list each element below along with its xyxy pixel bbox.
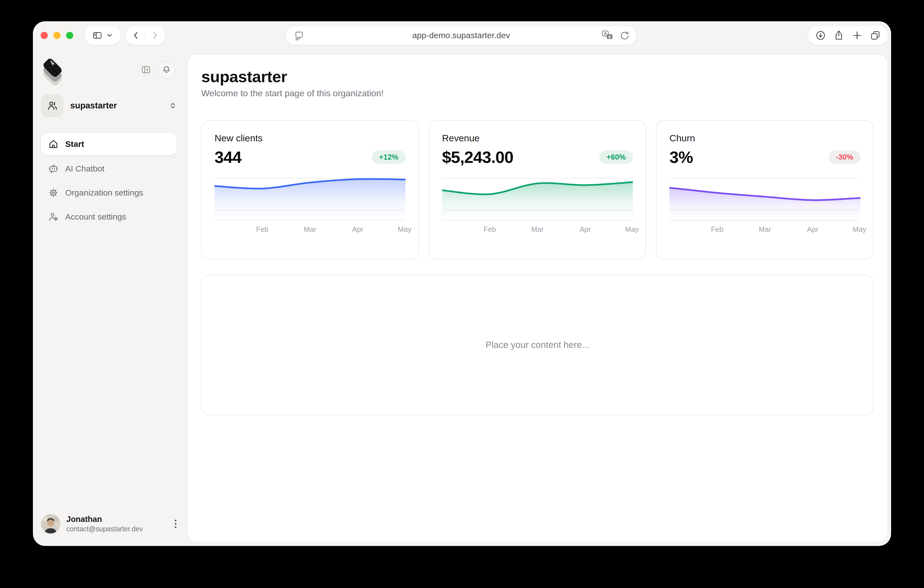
x-tick: Feb — [483, 225, 496, 234]
sidebar-item-label: Account settings — [65, 212, 126, 221]
chart-x-axis: Feb Mar Apr May — [442, 225, 633, 235]
sidebar-item-label: AI Chatbot — [65, 164, 104, 173]
sidebar-item-start[interactable]: Start — [40, 132, 178, 156]
chart-x-axis: Feb Mar Apr May — [669, 225, 860, 235]
url-text: app-demo.supastarter.dev — [412, 31, 510, 40]
sidebar-toggle-icon — [92, 31, 102, 40]
area-chart-churn — [669, 178, 860, 221]
sidebar-toggle-group[interactable] — [84, 26, 121, 45]
history-nav-group — [125, 26, 165, 45]
tab-overview-button[interactable] — [870, 30, 881, 41]
sidebar-nav: Start AI Chatbot — [41, 132, 177, 230]
x-tick: Mar — [531, 225, 544, 234]
notifications-button[interactable] — [158, 61, 175, 79]
area-chart-new-clients — [214, 178, 406, 221]
trend-badge: -30% — [828, 150, 860, 164]
users-icon — [46, 100, 58, 111]
x-tick: Feb — [711, 225, 724, 234]
sidebar-item-organization-settings[interactable]: Organization settings — [41, 182, 177, 204]
divider — [145, 30, 146, 41]
chart-x-axis: Feb Mar Apr May — [214, 225, 406, 235]
stat-card-title: Churn — [669, 132, 860, 144]
stat-cards-row: New clients 344 +12% Feb Mar Apr May Rev… — [201, 120, 874, 259]
organization-selector[interactable]: supastarter — [41, 94, 177, 117]
sidebar-item-label: Start — [65, 139, 84, 149]
x-tick: Mar — [304, 225, 316, 234]
x-tick: May — [853, 225, 866, 234]
organization-name: supastarter — [70, 101, 169, 111]
more-options-icon[interactable] — [174, 519, 177, 529]
stat-card-title: Revenue — [442, 132, 633, 144]
main-content: supastarter Welcome to the start page of… — [187, 54, 888, 543]
placeholder-text: Place your content here... — [485, 340, 589, 350]
minimize-button[interactable] — [53, 32, 61, 39]
zoom-button[interactable] — [66, 32, 73, 39]
forward-button[interactable] — [147, 31, 163, 40]
stat-card-new-clients: New clients 344 +12% Feb Mar Apr May — [201, 120, 419, 259]
x-tick: Apr — [352, 225, 363, 234]
share-button[interactable] — [833, 30, 844, 41]
page-subtitle: Welcome to the start page of this organi… — [201, 88, 874, 99]
trend-badge: +60% — [599, 150, 633, 164]
chevrons-up-down-icon — [169, 101, 177, 110]
address-bar[interactable]: app-demo.supastarter.dev — [286, 26, 637, 45]
sidebar-item-account-settings[interactable]: Account settings — [41, 205, 177, 228]
organization-avatar — [41, 94, 64, 117]
x-tick: Apr — [579, 225, 591, 234]
user-name: Jonathan — [66, 515, 174, 524]
stat-card-churn: Churn 3% -30% Feb Mar Apr May — [656, 120, 874, 259]
gear-icon — [41, 188, 65, 198]
rocket-icon — [47, 58, 58, 69]
x-tick: May — [398, 225, 411, 234]
back-button[interactable] — [128, 31, 144, 40]
x-tick: Feb — [256, 225, 269, 234]
new-tab-button[interactable] — [851, 30, 863, 41]
content-placeholder-card: Place your content here... — [201, 275, 874, 415]
window-controls — [41, 32, 73, 39]
downloads-button[interactable] — [815, 30, 826, 41]
bell-icon — [162, 65, 171, 74]
page-title: supastarter — [201, 68, 874, 86]
chevron-down-icon — [106, 33, 112, 38]
sidebar: supastarter Start — [33, 54, 187, 546]
user-email: contact@supastarter.dev — [66, 525, 174, 533]
area-chart-revenue — [442, 178, 633, 221]
stat-card-value: 3% — [669, 148, 693, 167]
page-settings-icon[interactable] — [294, 31, 304, 41]
close-button[interactable] — [41, 32, 48, 39]
stat-card-revenue: Revenue $5,243.00 +60% Feb Mar Apr May — [429, 120, 647, 259]
collapse-sidebar-button[interactable] — [141, 65, 151, 74]
sidebar-item-ai-chatbot[interactable]: AI Chatbot — [41, 157, 177, 180]
user-gear-icon — [41, 211, 65, 222]
app-logo — [40, 58, 66, 83]
x-tick: May — [625, 225, 639, 234]
stat-card-title: New clients — [214, 132, 406, 144]
bot-icon — [41, 164, 65, 174]
browser-window: app-demo.supastarter.dev — [33, 21, 891, 546]
reload-icon[interactable] — [619, 30, 629, 40]
user-menu[interactable]: Jonathan contact@supastarter.dev — [41, 514, 177, 534]
toolbar-actions-group — [808, 26, 888, 45]
sidebar-item-label: Organization settings — [65, 188, 143, 198]
stat-card-value: 344 — [214, 148, 241, 167]
x-tick: Mar — [759, 225, 771, 234]
x-tick: Apr — [807, 225, 818, 234]
avatar — [41, 514, 60, 533]
trend-badge: +12% — [372, 150, 406, 164]
stat-card-value: $5,243.00 — [442, 148, 513, 167]
translate-icon[interactable] — [602, 30, 613, 41]
home-icon — [41, 139, 65, 149]
